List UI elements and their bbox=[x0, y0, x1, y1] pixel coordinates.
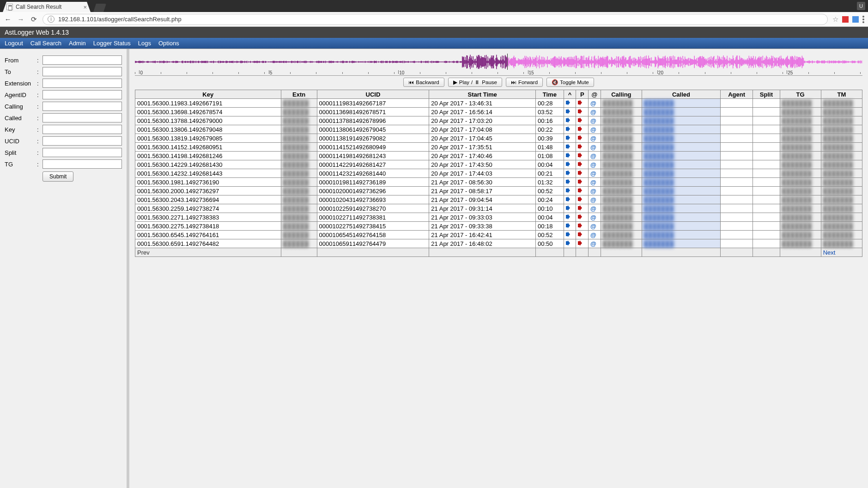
back-button[interactable]: ← bbox=[4, 15, 12, 24]
col-header-called[interactable]: Called bbox=[642, 90, 720, 99]
cell-play-icon[interactable] bbox=[576, 222, 589, 231]
table-row[interactable]: 0001.56300.14198.1492681246██████0000114… bbox=[135, 152, 862, 160]
menu-item-logger-status[interactable]: Logger Status bbox=[93, 40, 131, 47]
input-calling[interactable] bbox=[42, 102, 122, 111]
input-key[interactable] bbox=[42, 125, 122, 134]
input-agentid[interactable] bbox=[42, 90, 122, 99]
table-row[interactable]: 0001.56300.14229.1492681430██████0000114… bbox=[135, 160, 862, 169]
cell-play-icon[interactable] bbox=[576, 178, 589, 187]
cell-at-icon[interactable]: @ bbox=[589, 125, 601, 134]
col-header-time[interactable]: Time bbox=[535, 90, 564, 99]
col-header-calling[interactable]: Calling bbox=[601, 90, 642, 99]
cell-caret-icon[interactable] bbox=[564, 108, 576, 116]
table-row[interactable]: 0001.56300.2275.1492738418██████00001022… bbox=[135, 222, 862, 231]
close-tab-icon[interactable]: × bbox=[83, 4, 87, 11]
waveform-display[interactable]: 0510152025 bbox=[135, 54, 862, 76]
cell-at-icon[interactable]: @ bbox=[589, 231, 601, 239]
menu-item-admin[interactable]: Admin bbox=[69, 40, 86, 47]
cell-play-icon[interactable] bbox=[576, 160, 589, 169]
cell-caret-icon[interactable] bbox=[564, 125, 576, 134]
cell-at-icon[interactable]: @ bbox=[589, 213, 601, 222]
col-header-tm[interactable]: TM bbox=[821, 90, 862, 99]
col-header-start-time[interactable]: Start Time bbox=[429, 90, 536, 99]
table-row[interactable]: 0001.56300.6545.1492764161██████00001065… bbox=[135, 231, 862, 239]
table-row[interactable]: 0001.56300.2259.1492738274██████00001022… bbox=[135, 204, 862, 213]
cell-play-icon[interactable] bbox=[576, 231, 589, 239]
input-tg[interactable] bbox=[42, 159, 122, 169]
cell-caret-icon[interactable] bbox=[564, 204, 576, 213]
cell-caret-icon[interactable] bbox=[564, 222, 576, 231]
browser-user-badge[interactable]: U bbox=[857, 2, 865, 10]
menu-item-call-search[interactable]: Call Search bbox=[30, 40, 61, 47]
cell-play-icon[interactable] bbox=[576, 116, 589, 125]
cell-play-icon[interactable] bbox=[576, 143, 589, 152]
play-pause-button[interactable]: ▶ Play / ⏸ Pause bbox=[448, 78, 502, 87]
submit-button[interactable]: Submit bbox=[42, 171, 73, 182]
cell-at-icon[interactable]: @ bbox=[589, 116, 601, 125]
cell-caret-icon[interactable] bbox=[564, 143, 576, 152]
cell-caret-icon[interactable] bbox=[564, 195, 576, 204]
col-header-ucid[interactable]: UCID bbox=[317, 90, 429, 99]
cell-caret-icon[interactable] bbox=[564, 239, 576, 248]
extension-icon-red[interactable] bbox=[842, 16, 849, 23]
cell-at-icon[interactable]: @ bbox=[589, 204, 601, 213]
next-link[interactable]: Next bbox=[821, 248, 862, 257]
table-row[interactable]: 0001.56300.13698.1492678574██████0000113… bbox=[135, 108, 862, 116]
cell-at-icon[interactable]: @ bbox=[589, 160, 601, 169]
table-row[interactable]: 0001.56300.13819.1492679085██████0000113… bbox=[135, 134, 862, 143]
table-row[interactable]: 0001.56300.6591.1492764482██████00001065… bbox=[135, 239, 862, 248]
cell-at-icon[interactable]: @ bbox=[589, 169, 601, 178]
table-row[interactable]: 0001.56300.14232.1492681443██████0000114… bbox=[135, 169, 862, 178]
input-to[interactable] bbox=[42, 67, 122, 76]
table-row[interactable]: 0001.56300.2271.1492738383██████00001022… bbox=[135, 213, 862, 222]
input-extension[interactable] bbox=[42, 79, 122, 88]
input-called[interactable] bbox=[42, 113, 122, 122]
cell-play-icon[interactable] bbox=[576, 152, 589, 160]
cell-caret-icon[interactable] bbox=[564, 187, 576, 195]
extension-icon-blue[interactable] bbox=[852, 16, 859, 23]
table-row[interactable]: 0001.56300.13788.1492679000██████0000113… bbox=[135, 116, 862, 125]
browser-menu-icon[interactable] bbox=[862, 16, 864, 23]
reload-button[interactable]: ⟳ bbox=[30, 15, 38, 24]
cell-at-icon[interactable]: @ bbox=[589, 134, 601, 143]
cell-caret-icon[interactable] bbox=[564, 116, 576, 125]
table-row[interactable]: 0001.56300.14152.1492680951██████0000114… bbox=[135, 143, 862, 152]
cell-caret-icon[interactable] bbox=[564, 213, 576, 222]
cell-play-icon[interactable] bbox=[576, 204, 589, 213]
table-row[interactable]: 0001.56300.13806.1492679048██████0000113… bbox=[135, 125, 862, 134]
cell-caret-icon[interactable] bbox=[564, 231, 576, 239]
site-info-icon[interactable]: i bbox=[48, 16, 55, 23]
menu-item-options[interactable]: Options bbox=[158, 40, 179, 47]
table-row[interactable]: 0001.56300.11983.1492667191██████0000111… bbox=[135, 99, 862, 108]
col-header-tg[interactable]: TG bbox=[780, 90, 821, 99]
col-header-key[interactable]: Key bbox=[135, 90, 281, 99]
cell-at-icon[interactable]: @ bbox=[589, 178, 601, 187]
browser-tab[interactable]: Call Search Result × bbox=[3, 2, 91, 12]
cell-play-icon[interactable] bbox=[576, 108, 589, 116]
menu-item-logout[interactable]: Logout bbox=[5, 40, 23, 47]
cell-play-icon[interactable] bbox=[576, 213, 589, 222]
cell-play-icon[interactable] bbox=[576, 125, 589, 134]
cell-caret-icon[interactable] bbox=[564, 134, 576, 143]
col-header--[interactable]: ^ bbox=[564, 90, 576, 99]
backward-button[interactable]: ⏮ Backward bbox=[403, 78, 444, 87]
cell-at-icon[interactable]: @ bbox=[589, 99, 601, 108]
cell-caret-icon[interactable] bbox=[564, 169, 576, 178]
new-tab-button[interactable] bbox=[93, 4, 106, 12]
input-from[interactable] bbox=[42, 55, 122, 65]
col-header-extn[interactable]: Extn bbox=[281, 90, 317, 99]
cell-at-icon[interactable]: @ bbox=[589, 143, 601, 152]
cell-at-icon[interactable]: @ bbox=[589, 152, 601, 160]
input-split[interactable] bbox=[42, 148, 122, 157]
menu-item-logs[interactable]: Logs bbox=[138, 40, 151, 47]
cell-caret-icon[interactable] bbox=[564, 178, 576, 187]
cell-at-icon[interactable]: @ bbox=[589, 195, 601, 204]
cell-play-icon[interactable] bbox=[576, 187, 589, 195]
cell-at-icon[interactable]: @ bbox=[589, 108, 601, 116]
toggle-mute-button[interactable]: 🔇 Toggle Mute bbox=[546, 78, 594, 87]
cell-play-icon[interactable] bbox=[576, 239, 589, 248]
col-header--[interactable]: @ bbox=[589, 90, 601, 99]
table-row[interactable]: 0001.56300.2000.1492736297██████00001020… bbox=[135, 187, 862, 195]
table-row[interactable]: 0001.56300.2043.1492736694██████00001020… bbox=[135, 195, 862, 204]
playhead-cursor[interactable] bbox=[507, 54, 508, 70]
